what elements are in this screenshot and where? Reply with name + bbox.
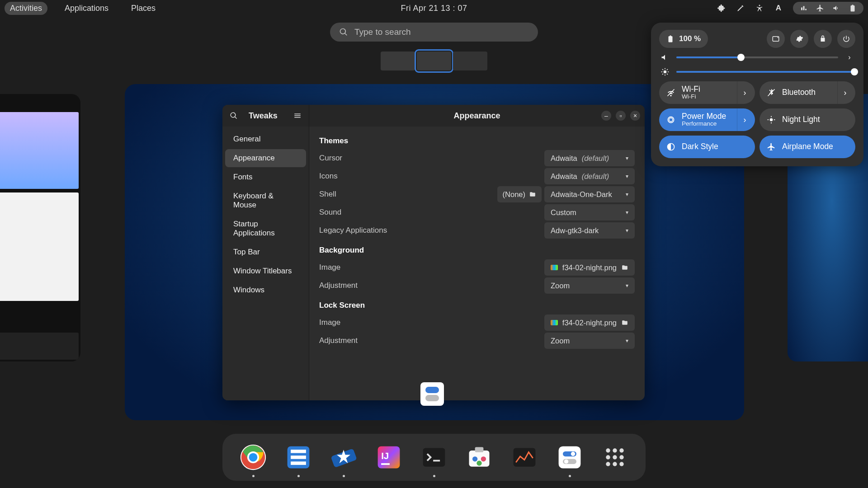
svg-point-39 — [472, 456, 477, 461]
toggle-bluetooth[interactable]: Bluetooth› — [760, 81, 855, 104]
accessibility-icon[interactable] — [755, 4, 764, 13]
tweaks-menu-button[interactable] — [292, 111, 302, 121]
tweaks-sidebar: General Appearance Fonts Keyboard & Mous… — [222, 127, 309, 400]
chevron-down-icon: ▾ — [626, 173, 628, 179]
dock-chrome[interactable] — [239, 443, 268, 472]
lock-image-chooser[interactable]: f34-02-night.png — [544, 314, 635, 331]
svg-point-51 — [606, 455, 610, 459]
workspace-1[interactable] — [381, 52, 415, 70]
image-swatch-icon — [551, 320, 558, 325]
clock[interactable]: Fri Apr 21 13 : 07 — [401, 4, 467, 13]
sidebar-item-keyboard-mouse[interactable]: Keyboard & Mouse — [225, 187, 306, 214]
workspace-3[interactable] — [453, 52, 487, 70]
power-button[interactable] — [837, 30, 855, 48]
svg-rect-46 — [563, 459, 576, 464]
svg-point-21 — [668, 144, 675, 150]
sidebar-item-appearance[interactable]: Appearance — [225, 149, 306, 167]
svg-rect-27 — [291, 450, 306, 453]
workspace-2[interactable] — [417, 52, 451, 70]
svg-point-0 — [759, 5, 760, 6]
settings-button[interactable] — [790, 30, 808, 48]
svg-line-9 — [667, 74, 668, 75]
dock-files[interactable] — [284, 443, 313, 472]
dock-software[interactable] — [465, 443, 494, 472]
svg-rect-37 — [469, 450, 490, 467]
background-adjustment-dropdown[interactable]: Zoom ▾ — [544, 277, 635, 294]
toggle-power[interactable]: Power ModePerformance› — [659, 108, 755, 131]
search-placeholder: Type to search — [354, 27, 411, 37]
tweaks-search-button[interactable] — [229, 111, 239, 121]
sound-dropdown[interactable]: Custom ▾ — [544, 204, 635, 221]
brightness-slider[interactable] — [660, 67, 854, 77]
svg-point-54 — [606, 462, 610, 466]
dock-show-apps[interactable] — [600, 443, 629, 472]
row-icons: Icons Adwaita (default) ▾ — [319, 167, 635, 185]
sidebar-item-titlebars[interactable]: Window Titlebars — [225, 262, 306, 280]
topbar-activities[interactable]: Activities — [5, 2, 47, 15]
volume-slider[interactable]: › — [660, 52, 854, 62]
toggle-dark[interactable]: Dark Style — [659, 136, 755, 158]
system-tray[interactable] — [793, 2, 863, 14]
svg-line-13 — [768, 89, 775, 96]
overview-search[interactable]: Type to search — [330, 23, 538, 42]
window-close-button[interactable]: × — [630, 111, 640, 121]
tweaks-window: Tweaks Appearance – ▫ × General Appearan… — [222, 105, 645, 400]
svg-point-16 — [770, 118, 773, 122]
row-legacy: Legacy Applications Adw-gtk3-dark ▾ — [319, 221, 635, 239]
chevron-down-icon: ▾ — [626, 209, 628, 216]
row-bg-adjust: Adjustment Zoom ▾ — [319, 277, 635, 295]
row-lock-adjust: Adjustment Zoom ▾ — [319, 332, 635, 350]
topbar-applications[interactable]: Applications — [59, 2, 114, 15]
toggle-night[interactable]: Night Light — [760, 108, 855, 131]
lock-button[interactable] — [814, 30, 832, 48]
lock-adjustment-dropdown[interactable]: Zoom ▾ — [544, 333, 635, 349]
color-picker-icon[interactable] — [736, 4, 745, 13]
svg-point-40 — [481, 456, 486, 461]
tweaks-titlebar: Tweaks Appearance – ▫ × — [222, 105, 645, 127]
svg-rect-30 — [330, 448, 357, 468]
svg-point-55 — [613, 462, 617, 466]
chevron-down-icon: ▾ — [626, 282, 628, 289]
sidebar-item-general[interactable]: General — [225, 130, 306, 148]
chevron-right-icon[interactable]: › — [737, 81, 752, 104]
shell-reset-button[interactable]: (None) — [497, 186, 542, 202]
svg-rect-35 — [423, 448, 445, 466]
window-maximize-button[interactable]: ▫ — [616, 111, 626, 121]
background-image-chooser[interactable]: f34-02-night.png — [544, 259, 635, 276]
text-scaling-icon[interactable]: A — [774, 4, 783, 13]
chevron-right-icon[interactable]: › — [837, 81, 853, 104]
chevron-down-icon: ▾ — [626, 338, 628, 344]
section-lock-heading: Lock Screen — [319, 301, 635, 310]
shell-dropdown[interactable]: Adwaita-One-Dark ▾ — [544, 186, 635, 202]
battery-chip[interactable]: 100 % — [659, 30, 708, 48]
icons-dropdown[interactable]: Adwaita (default) ▾ — [544, 168, 635, 184]
legacy-apps-dropdown[interactable]: Adw-gtk3-dark ▾ — [544, 222, 635, 239]
svg-rect-32 — [378, 446, 400, 469]
window-minimize-button[interactable]: – — [601, 111, 611, 121]
dock-terminal[interactable] — [420, 443, 448, 472]
sidebar-item-fonts[interactable]: Fonts — [225, 168, 306, 186]
folder-icon — [529, 191, 536, 197]
svg-point-22 — [241, 445, 266, 470]
dock: IJ — [222, 434, 646, 481]
chevron-right-icon[interactable]: › — [737, 108, 752, 131]
extension-icon[interactable] — [717, 4, 726, 13]
dock-tweaks[interactable] — [555, 443, 584, 472]
sidebar-item-windows[interactable]: Windows — [225, 281, 306, 299]
dock-intellij[interactable]: IJ — [374, 443, 403, 472]
tweaks-app-icon[interactable] — [420, 382, 444, 406]
workspace-preview-left[interactable] — [0, 94, 80, 361]
cursor-dropdown[interactable]: Adwaita (default) ▾ — [544, 150, 635, 166]
dock-monitor[interactable] — [510, 443, 539, 472]
sidebar-item-top-bar[interactable]: Top Bar — [225, 243, 306, 261]
screenshot-button[interactable] — [767, 30, 785, 48]
svg-point-3 — [664, 70, 667, 74]
section-themes-heading: Themes — [319, 136, 635, 145]
svg-marker-31 — [337, 450, 350, 463]
sidebar-item-startup[interactable]: Startup Applications — [225, 215, 306, 242]
chevron-right-icon[interactable]: › — [844, 52, 854, 62]
topbar-places[interactable]: Places — [126, 2, 161, 15]
dock-anki[interactable] — [329, 443, 358, 472]
toggle-airplane[interactable]: Airplane Mode — [760, 136, 855, 158]
toggle-wifi[interactable]: Wi-FiWi-Fi› — [659, 81, 755, 104]
